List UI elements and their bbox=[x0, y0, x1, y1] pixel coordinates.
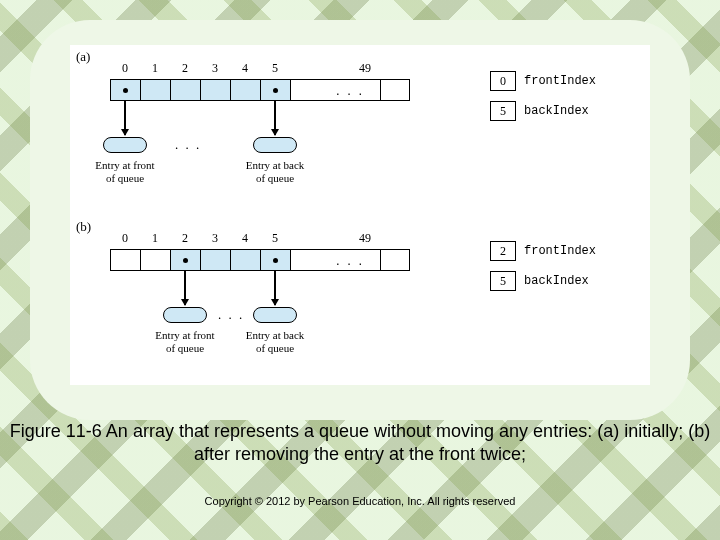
entry-dot bbox=[273, 88, 278, 93]
frontindex-label-b: frontIndex bbox=[524, 244, 596, 258]
subfigure-b: (b) 0 1 2 3 4 5 49 . . . . . . bbox=[70, 215, 650, 385]
index-row-b: 0 1 2 3 4 5 49 bbox=[110, 231, 380, 246]
entry-dot bbox=[273, 258, 278, 263]
frontindex-box-b: 2 bbox=[490, 241, 516, 261]
array-cell bbox=[260, 79, 290, 101]
array-cell bbox=[200, 249, 230, 271]
lozenge-ellipsis-a: . . . bbox=[175, 137, 201, 153]
subfigure-a: (a) 0 1 2 3 4 5 49 . . . . . . bbox=[70, 45, 650, 215]
arrow-front-a bbox=[124, 101, 126, 135]
frontindex-label-a: frontIndex bbox=[524, 74, 596, 88]
backindex-label-b: backIndex bbox=[524, 274, 589, 288]
index-label: 2 bbox=[170, 231, 200, 246]
array-cell bbox=[140, 249, 170, 271]
copyright-notice: Copyright © 2012 by Pearson Education, I… bbox=[0, 495, 720, 507]
index-gap bbox=[290, 61, 350, 76]
back-entry-label-b: Entry at back of queue bbox=[235, 329, 315, 354]
backindex-box-a: 5 bbox=[490, 101, 516, 121]
array-cell bbox=[230, 249, 260, 271]
array-cell bbox=[230, 79, 260, 101]
index-label: 5 bbox=[260, 61, 290, 76]
entry-dot bbox=[123, 88, 128, 93]
array-cell bbox=[140, 79, 170, 101]
array-cell bbox=[110, 79, 140, 101]
array-cell bbox=[260, 249, 290, 271]
array-cell bbox=[170, 79, 200, 101]
figure-caption: Figure 11-6 An array that represents a q… bbox=[0, 420, 720, 467]
index-label: 49 bbox=[350, 61, 380, 76]
back-entry-label-a: Entry at back of queue bbox=[235, 159, 315, 184]
array-cell bbox=[110, 249, 140, 271]
index-row-a: 0 1 2 3 4 5 49 bbox=[110, 61, 380, 76]
entry-lozenge-back-a bbox=[253, 137, 297, 153]
array-b: . . . bbox=[110, 249, 410, 271]
entry-lozenge-front-a bbox=[103, 137, 147, 153]
index-label: 0 bbox=[110, 231, 140, 246]
index-label: 4 bbox=[230, 61, 260, 76]
arrow-front-b bbox=[184, 271, 186, 305]
backindex-label-a: backIndex bbox=[524, 104, 589, 118]
arrow-back-a bbox=[274, 101, 276, 135]
index-label: 1 bbox=[140, 231, 170, 246]
index-label: 3 bbox=[200, 61, 230, 76]
entry-lozenge-back-b bbox=[253, 307, 297, 323]
frontindex-box-a: 0 bbox=[490, 71, 516, 91]
index-label: 1 bbox=[140, 61, 170, 76]
entry-dot bbox=[183, 258, 188, 263]
front-entry-label-b: Entry at front of queue bbox=[145, 329, 225, 354]
entry-lozenge-front-b bbox=[163, 307, 207, 323]
array-cell bbox=[380, 79, 410, 101]
lozenge-ellipsis-b: . . . bbox=[218, 307, 244, 323]
subfigure-a-label: (a) bbox=[76, 49, 90, 65]
index-label: 2 bbox=[170, 61, 200, 76]
figure-panel: (a) 0 1 2 3 4 5 49 . . . . . . bbox=[70, 45, 650, 385]
index-label: 3 bbox=[200, 231, 230, 246]
array-cell bbox=[290, 249, 320, 271]
array-cell bbox=[290, 79, 320, 101]
array-ellipsis: . . . bbox=[320, 79, 380, 101]
index-label: 49 bbox=[350, 231, 380, 246]
array-a: . . . bbox=[110, 79, 410, 101]
array-ellipsis: . . . bbox=[320, 249, 380, 271]
index-gap bbox=[290, 231, 350, 246]
array-cell bbox=[380, 249, 410, 271]
arrow-back-b bbox=[274, 271, 276, 305]
array-cell bbox=[170, 249, 200, 271]
index-label: 5 bbox=[260, 231, 290, 246]
backindex-box-b: 5 bbox=[490, 271, 516, 291]
subfigure-b-label: (b) bbox=[76, 219, 91, 235]
index-label: 4 bbox=[230, 231, 260, 246]
front-entry-label-a: Entry at front of queue bbox=[85, 159, 165, 184]
index-label: 0 bbox=[110, 61, 140, 76]
array-cell bbox=[200, 79, 230, 101]
